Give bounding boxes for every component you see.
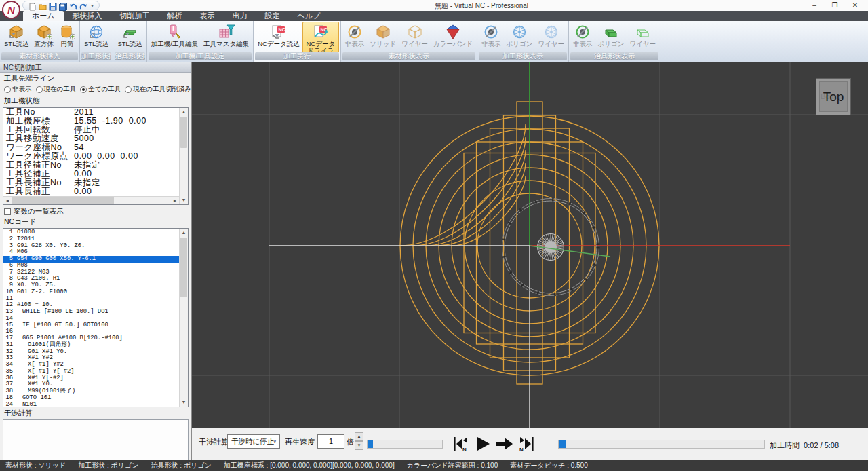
- machine-status-hscrollbar[interactable]: ◄ ►: [3, 196, 179, 204]
- ribbon-button-wire-jig[interactable]: ワイヤー: [627, 22, 658, 53]
- solid-material-icon: [375, 24, 391, 40]
- tab-ヘルプ[interactable]: ヘルプ: [289, 11, 330, 21]
- close-button[interactable]: ✕: [845, 0, 865, 11]
- nc-code-line[interactable]: 15IF [#100 GT 50.] GOTO100: [3, 322, 188, 329]
- ribbon-button-label: 加工機/工具編集: [151, 41, 198, 48]
- ribbon-button-hide-jig[interactable]: 非表示: [570, 22, 595, 53]
- skip-to-end-button[interactable]: N: [517, 434, 536, 454]
- machine-status-label: 加工機状態: [0, 95, 191, 107]
- nc-code-line[interactable]: 5G54 G90 G00 X50. Y-6.1: [3, 256, 188, 263]
- ribbon-button-label: ワイヤー: [538, 41, 564, 48]
- ribbon-button-stl-import-target[interactable]: STL読込: [81, 22, 111, 53]
- status-bar: 素材形状 : ソリッド加工形状 : ポリゴン治具形状 : ポリゴン加工機座標系 …: [0, 460, 868, 471]
- save-icon[interactable]: [49, 1, 57, 10]
- time-progress-bar[interactable]: [558, 440, 765, 449]
- ribbon-button-machine-tool-edit[interactable]: 加工機/工具編集: [149, 22, 201, 53]
- ribbon-button-cylinder-add[interactable]: 円筒: [56, 22, 78, 53]
- scroll-down-icon[interactable]: ▼: [180, 196, 188, 204]
- maximize-button[interactable]: ❐: [825, 0, 845, 11]
- ribbon-button-wire-material[interactable]: ワイヤー: [399, 22, 431, 53]
- chevron-down-icon: ∨: [273, 435, 277, 448]
- ribbon-button-polygon-target[interactable]: ポリゴン: [503, 22, 535, 53]
- new-file-icon[interactable]: [28, 1, 37, 10]
- polygon-jig-icon: [603, 24, 619, 40]
- svg-text:N: N: [519, 447, 524, 453]
- scroll-up-icon[interactable]: ▲: [180, 229, 188, 237]
- viewport-3d[interactable]: Bottom Top: [192, 62, 868, 428]
- variables-list-checkbox[interactable]: [4, 208, 11, 215]
- play-button[interactable]: [473, 434, 492, 454]
- nc-line-text: [15, 328, 17, 335]
- ribbon-button-stl-import-material[interactable]: STL読込: [1, 22, 31, 53]
- view-cube[interactable]: Bottom Top: [816, 78, 851, 115]
- ribbon-button-solid-material[interactable]: ソリッド: [367, 22, 399, 53]
- ribbon-button-stl-import-jig[interactable]: STL読込: [115, 22, 144, 53]
- open-file-icon[interactable]: [39, 1, 47, 10]
- scroll-right-icon[interactable]: ►: [171, 197, 179, 205]
- ribbon-button-hide-material[interactable]: 非表示: [342, 22, 368, 53]
- tab-形状挿入[interactable]: 形状挿入: [64, 11, 111, 21]
- block-progress-bar[interactable]: [367, 440, 443, 449]
- speed-stepper: ▲ ▼: [355, 432, 363, 451]
- radio-option-全ての工具[interactable]: 全ての工具: [80, 85, 121, 94]
- ribbon-button-hide-target[interactable]: 非表示: [479, 22, 504, 53]
- speed-unit-label: 倍: [347, 437, 354, 447]
- nc-code-line[interactable]: 10G01 Z-2. F1000: [3, 289, 188, 296]
- interference-mode-select[interactable]: 干渉時に停止 ∨: [227, 434, 280, 449]
- stepper-up-button[interactable]: ▲: [355, 432, 363, 441]
- radio-icon[interactable]: [36, 86, 43, 93]
- tab-出力[interactable]: 出力: [224, 11, 256, 21]
- nc-code-list: 1O10002T20113G91 G28 X0. Y0. Z0.4M065G54…: [3, 228, 189, 407]
- save-all-icon[interactable]: [59, 1, 67, 10]
- quick-access-toolbar: ▾: [22, 1, 100, 10]
- nc-code-line[interactable]: 24N101: [3, 402, 188, 408]
- stepper-down-button[interactable]: ▼: [355, 441, 363, 450]
- radio-option-現在の工具切削済み[interactable]: 現在の工具切削済み: [125, 85, 191, 94]
- nc-code-vscrollbar[interactable]: ▲ ▼: [179, 229, 188, 407]
- status-bar-item: 加工機座標系 : [0.000, 0.000, 0.000][0.000, 0.…: [224, 461, 395, 470]
- speed-label: 再生速度: [285, 437, 315, 447]
- qat-customize-icon[interactable]: ▾: [91, 3, 94, 9]
- scroll-down-icon[interactable]: ▼: [180, 398, 188, 407]
- scroll-left-icon[interactable]: ◄: [3, 197, 12, 205]
- ribbon-button-nc-data-read[interactable]: NCNCデータ読込: [255, 22, 302, 53]
- nc-code-line[interactable]: 13WHILE [#100 LE 100.] DO1: [3, 309, 188, 316]
- ribbon-button-polygon-jig[interactable]: ポリゴン: [595, 22, 627, 53]
- nc-line-text: [15, 316, 17, 322]
- tab-切削加工[interactable]: 切削加工: [111, 11, 159, 21]
- tab-表示[interactable]: 表示: [191, 11, 224, 21]
- machine-status-box: 工具No2011加工機座標15.55 -1.90 0.00工具回転数停止中工具移…: [3, 107, 189, 205]
- hide-target-icon: [483, 24, 499, 40]
- redo-icon[interactable]: [79, 1, 87, 10]
- ribbon-button-nc-dry-run[interactable]: NCNCデータドライラン: [302, 22, 339, 53]
- ribbon-button-color-band[interactable]: カラーバンド: [431, 22, 475, 53]
- ribbon-button-tool-master-edit[interactable]: 工具マスタ編集: [201, 22, 252, 53]
- ribbon-button-wire-target[interactable]: ワイヤー: [535, 22, 567, 53]
- ribbon-button-cuboid-add[interactable]: 直方体: [31, 22, 56, 53]
- step-forward-button[interactable]: [495, 434, 514, 454]
- menu-tab-strip: ホーム形状挿入切削加工解析表示出力設定ヘルプ: [0, 11, 868, 21]
- radio-label: 非表示: [12, 85, 32, 94]
- speed-input[interactable]: 1: [317, 434, 344, 449]
- ribbon-button-label: ポリゴン: [506, 41, 532, 48]
- ribbon-button-label: STL読込: [117, 41, 142, 48]
- radio-icon[interactable]: [4, 86, 11, 93]
- scroll-up-icon[interactable]: ▲: [180, 108, 188, 116]
- tab-ホーム[interactable]: ホーム: [23, 11, 64, 21]
- tab-設定[interactable]: 設定: [256, 11, 289, 21]
- machine-status-vscrollbar[interactable]: ▲ ▼: [179, 108, 188, 204]
- undo-icon[interactable]: [69, 1, 77, 10]
- radio-option-現在の工具[interactable]: 現在の工具: [36, 85, 77, 94]
- cylinder-add-icon: [59, 24, 75, 40]
- radio-icon[interactable]: [80, 86, 87, 93]
- playback-buttons: N N: [452, 434, 536, 454]
- app-logo-icon[interactable]: N: [2, 1, 20, 19]
- minimize-button[interactable]: –: [804, 0, 825, 11]
- nc-code-line[interactable]: 3G91 G28 X0. Y0. Z0.: [3, 243, 188, 250]
- panel-header: NC切削加工: [0, 62, 191, 73]
- status-bar-item: 素材形状 : ソリッド: [5, 461, 66, 470]
- radio-option-非表示[interactable]: 非表示: [4, 85, 32, 94]
- skip-to-start-button[interactable]: N: [452, 434, 471, 454]
- tab-解析[interactable]: 解析: [159, 11, 191, 21]
- radio-icon[interactable]: [125, 86, 132, 93]
